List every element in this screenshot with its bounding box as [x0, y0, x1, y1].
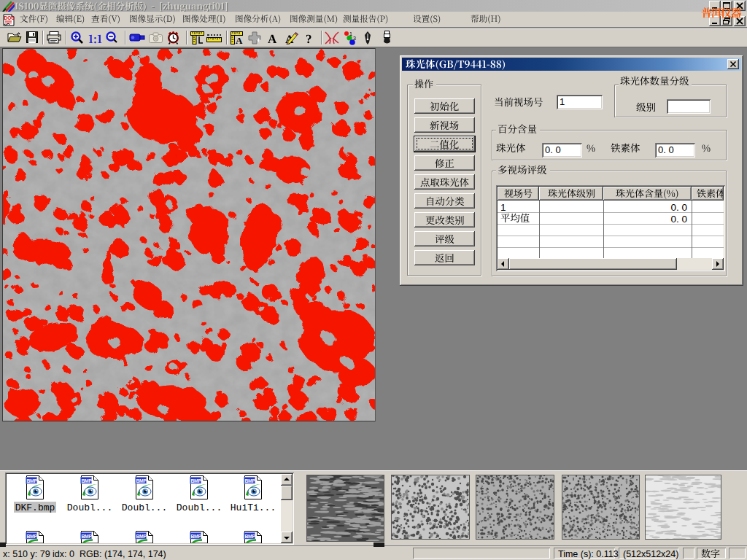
svg-text:BMP: BMP [81, 478, 92, 483]
svg-text:BMP: BMP [244, 478, 255, 483]
svg-text:BMP: BMP [26, 478, 37, 483]
svg-text:DOC: DOC [4, 15, 15, 20]
svg-text:BMP: BMP [136, 478, 147, 483]
svg-text:BMP: BMP [190, 478, 201, 483]
svg-text:3: 3 [353, 36, 356, 41]
svg-text:BMP: BMP [190, 534, 201, 539]
svg-text:BMP: BMP [81, 534, 92, 539]
svg-text:1: 1 [349, 31, 352, 36]
svg-text:BMP: BMP [26, 534, 37, 539]
svg-text:BMP: BMP [136, 534, 147, 539]
svg-text:BMP: BMP [244, 534, 255, 539]
svg-text:A: A [236, 35, 243, 44]
